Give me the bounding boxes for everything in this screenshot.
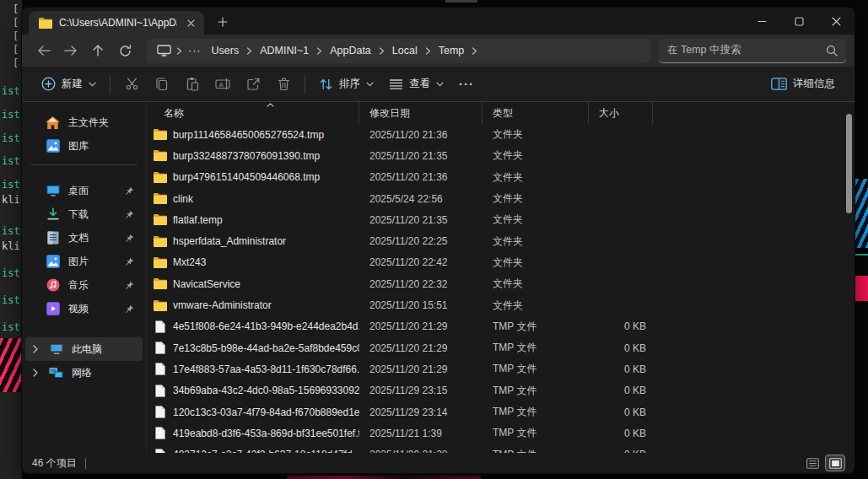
breadcrumb-item[interactable]: Temp bbox=[433, 42, 471, 59]
file-name: 34b69aba-43c2-4dc0-98a5-15696933092... bbox=[173, 385, 359, 396]
svg-text:A: A bbox=[219, 81, 224, 89]
table-row[interactable]: flatlaf.temp2025/11/20 21:35文件夹 bbox=[147, 209, 855, 230]
search-box[interactable]: 在 Temp 中搜索 bbox=[659, 39, 846, 63]
breadcrumb-item[interactable]: AppData bbox=[324, 42, 377, 59]
sidebar-item-pictures[interactable]: 图片 bbox=[25, 250, 143, 273]
background-pink-block bbox=[855, 276, 868, 301]
column-header-date[interactable]: 修改日期 bbox=[359, 102, 483, 124]
tab-bar: C:\Users\ADMINI~1\AppData\ bbox=[22, 8, 855, 35]
scrollbar-thumb[interactable] bbox=[846, 114, 852, 213]
new-tab-button[interactable] bbox=[213, 12, 233, 32]
details-view-button[interactable] bbox=[803, 455, 822, 471]
breadcrumb-chevron-icon[interactable] bbox=[377, 47, 386, 55]
sidebar-item-gallery[interactable]: 图库 bbox=[25, 134, 143, 158]
column-header-size[interactable]: 大小 bbox=[589, 102, 653, 124]
background-terminal-text: ist bbox=[2, 132, 20, 144]
table-row[interactable]: burp3324887378076091390.tmp2025/11/20 21… bbox=[147, 145, 855, 166]
breadcrumb-item[interactable]: ADMINI~1 bbox=[254, 42, 315, 59]
sidebar-item-desktop[interactable]: 桌面 bbox=[25, 179, 143, 202]
breadcrumb-overflow[interactable]: ··· bbox=[184, 42, 206, 59]
folder-icon bbox=[154, 234, 167, 248]
more-button[interactable]: ··· bbox=[451, 72, 482, 96]
table-row[interactable]: NavicatService2025/11/20 22:32文件夹 bbox=[147, 273, 855, 294]
table-row[interactable]: vmware-Administrator2025/11/20 15:51文件夹 bbox=[147, 294, 855, 315]
background-right-edge bbox=[855, 0, 868, 479]
breadcrumb-chevron-icon[interactable] bbox=[315, 47, 324, 55]
breadcrumb-chevron-icon[interactable] bbox=[175, 47, 184, 55]
file-date: 2025/11/29 23:15 bbox=[359, 385, 483, 396]
pin-icon bbox=[125, 257, 134, 266]
table-row[interactable]: Mxt2432025/11/20 22:42文件夹 bbox=[147, 252, 855, 273]
table-row[interactable]: burp4796151404509446068.tmp2025/11/20 21… bbox=[147, 167, 855, 188]
sort-button[interactable]: 排序 bbox=[311, 72, 381, 96]
breadcrumb-chevron-icon[interactable] bbox=[470, 47, 479, 55]
new-icon bbox=[41, 77, 56, 91]
file-date: 2025/11/20 21:35 bbox=[359, 150, 483, 162]
table-row[interactable]: 17e4f883-57aa-4a53-8d11-1f630c78df66.t..… bbox=[147, 358, 855, 379]
copy-button[interactable] bbox=[147, 71, 177, 98]
forward-button[interactable] bbox=[57, 38, 84, 63]
file-name: 402712c7-c2c7-42f2-b637-18c118d47fd... bbox=[173, 449, 359, 453]
breadcrumb[interactable]: ···UsersADMINI~1AppDataLocalTemp bbox=[147, 39, 650, 63]
up-button[interactable] bbox=[84, 38, 111, 63]
file-date: 2025/11/20 21:29 bbox=[359, 363, 483, 375]
table-row[interactable]: burp11146584650065276524.tmp2025/11/20 2… bbox=[147, 124, 855, 145]
breadcrumb-item[interactable]: Users bbox=[206, 42, 245, 59]
file-icon bbox=[154, 406, 167, 419]
view-button[interactable]: 查看 bbox=[381, 72, 451, 96]
minimize-button[interactable] bbox=[743, 8, 780, 35]
refresh-button[interactable] bbox=[111, 38, 138, 63]
details-pane-button[interactable]: 详细信息 bbox=[763, 72, 843, 96]
column-header-name[interactable]: 名称 bbox=[147, 102, 359, 124]
sidebar-item-this-pc[interactable]: 此电脑 bbox=[25, 337, 143, 361]
new-button[interactable]: 新建 bbox=[34, 72, 104, 96]
table-row[interactable]: clink2025/5/24 22:56文件夹 bbox=[147, 188, 855, 209]
file-list: 名称 修改日期 类型 大小 burp11146584650065276524.t… bbox=[147, 102, 855, 453]
sidebar-item-home[interactable]: 主文件夹 bbox=[25, 110, 143, 134]
breadcrumb-chevron-icon[interactable] bbox=[245, 47, 254, 55]
folder-icon bbox=[154, 213, 167, 227]
background-terminal-text: [ bbox=[13, 57, 19, 69]
sidebar-item-videos[interactable]: 视频 bbox=[25, 297, 143, 320]
table-row[interactable]: hsperfdata_Administrator2025/11/20 22:25… bbox=[147, 230, 855, 251]
breadcrumb-item[interactable]: Local bbox=[386, 42, 423, 59]
chevron-right-icon[interactable] bbox=[32, 345, 40, 353]
maximize-button[interactable] bbox=[780, 8, 817, 35]
table-row[interactable]: 34b69aba-43c2-4dc0-98a5-15696933092...20… bbox=[147, 380, 855, 401]
sidebar-item-downloads[interactable]: 下载 bbox=[25, 202, 143, 226]
toolbar: 新建 A 排序 查看 ··· 详细信息 bbox=[22, 67, 855, 102]
table-row[interactable]: 7e13c8b5-b98e-44ad-ba2e-5af8bde459c0....… bbox=[147, 337, 855, 358]
sidebar-item-music[interactable]: 音乐 bbox=[25, 273, 143, 297]
background-terminal-text: ist bbox=[2, 179, 20, 191]
thumbnail-view-button[interactable] bbox=[826, 455, 844, 471]
search-placeholder: 在 Temp 中搜索 bbox=[667, 43, 826, 57]
table-row[interactable]: 4e51f808-6e24-41b3-949b-e244dea2b4d...20… bbox=[147, 316, 855, 337]
sidebar-item-documents[interactable]: 文档 bbox=[25, 226, 143, 250]
paste-button[interactable] bbox=[177, 71, 208, 98]
delete-button[interactable] bbox=[268, 71, 299, 98]
sort-ascending-icon bbox=[267, 103, 274, 107]
column-header-type[interactable]: 类型 bbox=[483, 102, 589, 124]
chevron-down-icon bbox=[89, 82, 96, 87]
explorer-tab[interactable]: C:\Users\ADMINI~1\AppData\ bbox=[29, 11, 204, 35]
file-explorer-window: C:\Users\ADMINI~1\AppData\ ···UsersADMIN… bbox=[21, 7, 855, 474]
table-row[interactable]: 402712c7-c2c7-42f2-b637-18c118d47fd...20… bbox=[147, 444, 855, 453]
vertical-scrollbar[interactable] bbox=[845, 105, 853, 449]
sidebar-item-network[interactable]: 网络 bbox=[25, 361, 143, 385]
file-type: 文件夹 bbox=[483, 148, 589, 163]
table-row[interactable]: 419eabd8-d3f6-453a-869d-bf31ee501fef.t..… bbox=[147, 422, 855, 444]
rename-button[interactable]: A bbox=[208, 71, 238, 98]
file-type: 文件夹 bbox=[483, 234, 589, 249]
cut-button[interactable] bbox=[116, 71, 147, 98]
background-terminal-text: ist bbox=[2, 225, 20, 237]
file-type: 文件夹 bbox=[483, 256, 589, 270]
tab-close-icon[interactable] bbox=[184, 16, 197, 30]
chevron-right-icon[interactable] bbox=[32, 369, 40, 377]
share-button[interactable] bbox=[238, 71, 268, 98]
back-button[interactable] bbox=[30, 38, 57, 63]
computer-icon[interactable] bbox=[154, 45, 175, 57]
close-button[interactable] bbox=[817, 8, 855, 35]
background-terminal-text: ist bbox=[2, 155, 20, 167]
breadcrumb-chevron-icon[interactable] bbox=[423, 47, 433, 55]
table-row[interactable]: 120c13c3-03a7-4f79-84ad-f670b889ed1e....… bbox=[147, 401, 855, 422]
